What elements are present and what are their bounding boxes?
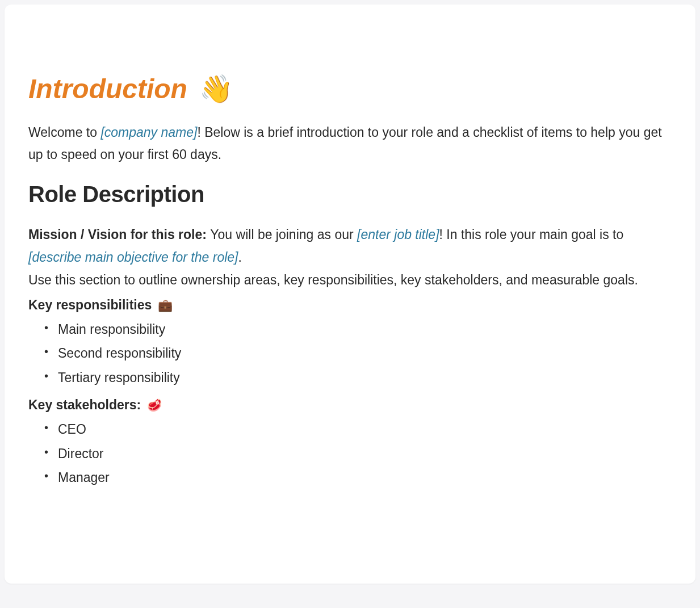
company-name-placeholder[interactable]: [company name]	[100, 125, 197, 140]
document-page[interactable]: Introduction 👋 Welcome to [company name]…	[5, 5, 695, 584]
list-item[interactable]: CEO	[44, 417, 672, 442]
list-item[interactable]: Manager	[44, 466, 672, 490]
responsibilities-label-text: Key responsibilities	[28, 297, 152, 312]
mission-prefix: You will be joining as our	[210, 227, 357, 242]
meat-icon: 🥩	[147, 399, 162, 412]
introduction-heading[interactable]: Introduction 👋	[28, 73, 672, 106]
stakeholders-label[interactable]: Key stakeholders: 🥩	[28, 394, 672, 416]
stakeholders-list[interactable]: CEO Director Manager	[28, 417, 672, 490]
role-description-heading[interactable]: Role Description	[28, 182, 672, 207]
stakeholders-label-text: Key stakeholders:	[28, 397, 141, 412]
job-title-placeholder[interactable]: [enter job title]	[357, 227, 439, 242]
welcome-prefix: Welcome to	[28, 125, 100, 140]
briefcase-icon: 💼	[158, 299, 173, 312]
mission-period: .	[238, 250, 241, 265]
responsibilities-list[interactable]: Main responsibility Second responsibilit…	[28, 317, 672, 390]
guidance-text[interactable]: Use this section to outline ownership ar…	[28, 269, 672, 291]
mission-label: Mission / Vision for this role:	[28, 227, 210, 242]
welcome-paragraph[interactable]: Welcome to [company name]! Below is a br…	[28, 121, 672, 166]
list-item[interactable]: Director	[44, 442, 672, 466]
objective-placeholder[interactable]: [describe main objective for the role]	[28, 250, 238, 265]
mission-vision-block[interactable]: Mission / Vision for this role: You will…	[28, 223, 672, 269]
list-item[interactable]: Tertiary responsibility	[44, 366, 672, 390]
mission-mid: ! In this role your main goal is to	[439, 227, 624, 242]
list-item[interactable]: Second responsibility	[44, 341, 672, 366]
introduction-heading-text: Introduction	[28, 74, 187, 104]
wave-icon: 👋	[199, 74, 233, 104]
list-item[interactable]: Main responsibility	[44, 317, 672, 342]
responsibilities-label[interactable]: Key responsibilities 💼	[28, 294, 672, 316]
